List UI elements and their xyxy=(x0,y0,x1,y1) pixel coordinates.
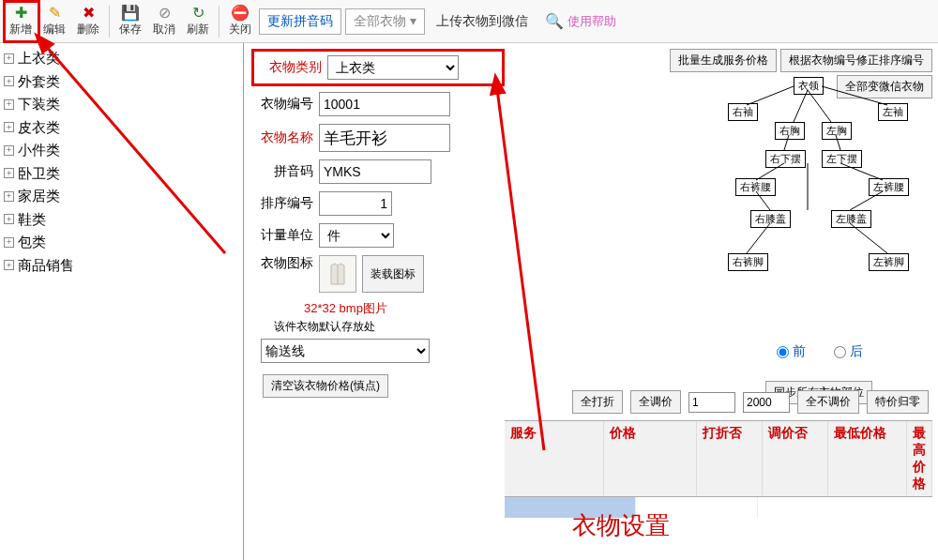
expand-icon[interactable]: + xyxy=(4,99,14,110)
radio-front[interactable]: 前 xyxy=(777,343,806,360)
part-l-chest[interactable]: 左胸 xyxy=(822,122,852,140)
expand-icon[interactable]: + xyxy=(4,76,14,86)
part-l-pwaist[interactable]: 左裤腰 xyxy=(869,178,909,196)
delete-button[interactable]: ✖ 删除 xyxy=(71,2,105,41)
delete-label: 删除 xyxy=(77,22,99,38)
col-price[interactable]: 价格 xyxy=(604,421,697,496)
tree-node[interactable]: +鞋类 xyxy=(2,208,241,232)
add-icon: ✚ xyxy=(15,5,27,22)
update-pinyin-button[interactable]: 更新拼音码 xyxy=(259,8,341,35)
toolbar-separator xyxy=(219,6,219,38)
name-label: 衣物名称 xyxy=(251,129,313,146)
col-adjust[interactable]: 调价否 xyxy=(763,421,828,496)
top-buttons: 批量生成服务价格 根据衣物编号修正排序编号 xyxy=(670,49,932,72)
part-r-pfoot[interactable]: 右裤脚 xyxy=(728,253,768,271)
body-diagram: 衣领 右袖 左袖 右胸 左胸 右下摆 左下摆 右裤腰 左裤腰 右膝盖 左膝盖 右… xyxy=(700,77,925,321)
order-input[interactable] xyxy=(319,191,392,216)
unit-label: 计量单位 xyxy=(251,227,313,244)
part-r-pwaist[interactable]: 右裤腰 xyxy=(735,178,776,196)
expand-icon[interactable]: + xyxy=(4,237,14,248)
tree-node[interactable]: +家居类 xyxy=(2,185,241,208)
expand-icon[interactable]: + xyxy=(4,260,14,270)
tree-node[interactable]: +小件类 xyxy=(2,139,241,162)
part-r-knee[interactable]: 右膝盖 xyxy=(750,210,791,228)
part-r-chest[interactable]: 右胸 xyxy=(775,122,805,140)
expand-icon[interactable]: + xyxy=(4,145,14,156)
radio-back-input[interactable] xyxy=(834,346,846,358)
part-l-pfoot[interactable]: 左裤脚 xyxy=(869,253,909,271)
refresh-label: 刷新 xyxy=(187,22,209,38)
expand-icon[interactable]: + xyxy=(4,168,14,178)
load-icon-button[interactable]: 装载图标 xyxy=(362,255,424,293)
fix-order-button[interactable]: 根据衣物编号修正排序编号 xyxy=(780,49,932,72)
content-panel: 批量生成服务价格 根据衣物编号修正排序编号 全部变微信衣物 衣物类别 上衣类 衣… xyxy=(244,43,938,560)
tree-node[interactable]: +皮衣类 xyxy=(2,116,241,140)
price-table: 服务 价格 打折否 调价否 最低价格 最高价格 xyxy=(505,420,932,518)
part-r-hem[interactable]: 右下摆 xyxy=(765,150,806,168)
name-input[interactable] xyxy=(319,124,450,152)
help-button[interactable]: 🔍 使用帮助 xyxy=(537,8,624,34)
icon-label: 衣物图标 xyxy=(251,255,313,272)
radio-front-input[interactable] xyxy=(777,346,789,358)
upload-wechat-button[interactable]: 上传衣物到微信 xyxy=(429,9,536,34)
order-label: 排序编号 xyxy=(251,195,313,212)
tree-label: 下装类 xyxy=(18,94,60,115)
icon-preview[interactable] xyxy=(319,255,356,293)
tree-node[interactable]: +包类 xyxy=(2,231,241,254)
unit-select[interactable]: 件 xyxy=(319,223,394,248)
price-value1-input[interactable] xyxy=(688,392,735,413)
col-discount[interactable]: 打折否 xyxy=(697,421,763,496)
col-min[interactable]: 最低价格 xyxy=(828,421,907,496)
no-adjust-button[interactable]: 全不调价 xyxy=(797,390,859,414)
svg-line-1 xyxy=(747,86,794,105)
tree-node[interactable]: +商品销售 xyxy=(2,254,241,278)
batch-gen-button[interactable]: 批量生成服务价格 xyxy=(670,49,777,72)
tree-node[interactable]: +卧卫类 xyxy=(2,162,241,186)
col-max[interactable]: 最高价格 xyxy=(907,421,932,496)
default-store-label: 该件衣物默认存放处 xyxy=(274,319,505,335)
part-l-hem[interactable]: 左下摆 xyxy=(822,150,862,168)
close-icon: ⛔ xyxy=(231,5,250,22)
tree-label: 外套类 xyxy=(18,71,60,93)
all-clothes-dropdown[interactable]: 全部衣物 ▾ xyxy=(345,8,425,35)
price-value2-input[interactable] xyxy=(743,392,790,413)
save-label: 保存 xyxy=(119,22,142,38)
expand-icon[interactable]: + xyxy=(4,214,14,224)
tree-node[interactable]: +外套类 xyxy=(2,70,241,94)
part-r-sleeve[interactable]: 右袖 xyxy=(728,103,758,121)
close-button[interactable]: ⛔ 关闭 xyxy=(223,2,257,41)
close-label: 关闭 xyxy=(229,22,251,38)
cancel-icon: ⊘ xyxy=(159,5,171,22)
refresh-button[interactable]: ↻ 刷新 xyxy=(181,2,215,41)
radio-back[interactable]: 后 xyxy=(834,343,863,360)
tree-node[interactable]: +下装类 xyxy=(2,93,241,116)
table-row[interactable] xyxy=(505,497,932,518)
save-button[interactable]: 💾 保存 xyxy=(113,2,147,41)
code-label: 衣物编号 xyxy=(251,96,313,113)
cancel-button[interactable]: ⊘ 取消 xyxy=(147,2,181,41)
add-button[interactable]: ✚ 新增 xyxy=(4,2,38,41)
clear-price-button[interactable]: 清空该衣物价格(慎点) xyxy=(263,374,388,398)
pinyin-input[interactable] xyxy=(319,159,431,184)
expand-icon[interactable]: + xyxy=(4,122,14,132)
all-adjust-button[interactable]: 全调价 xyxy=(630,390,681,414)
tree-label: 鞋类 xyxy=(18,209,46,231)
part-l-sleeve[interactable]: 左袖 xyxy=(878,103,908,121)
help-label: 使用帮助 xyxy=(567,13,616,30)
tree-label: 小件类 xyxy=(18,140,60,161)
tree-node[interactable]: +上衣类 xyxy=(2,47,241,70)
col-service[interactable]: 服务 xyxy=(505,421,604,496)
expand-icon[interactable]: + xyxy=(4,191,14,202)
category-select[interactable]: 上衣类 xyxy=(327,55,459,80)
svg-line-2 xyxy=(822,86,887,105)
edit-button[interactable]: ✎ 编辑 xyxy=(38,2,71,41)
code-input[interactable] xyxy=(319,92,450,116)
part-collar[interactable]: 衣领 xyxy=(794,77,824,95)
special-zero-button[interactable]: 特价归零 xyxy=(867,390,929,414)
toolbar-separator xyxy=(109,6,110,38)
search-icon: 🔍 xyxy=(545,12,564,30)
default-store-select[interactable]: 输送线 xyxy=(261,339,430,363)
expand-icon[interactable]: + xyxy=(4,53,14,64)
all-discount-button[interactable]: 全打折 xyxy=(572,390,623,414)
part-l-knee[interactable]: 左膝盖 xyxy=(831,210,871,228)
